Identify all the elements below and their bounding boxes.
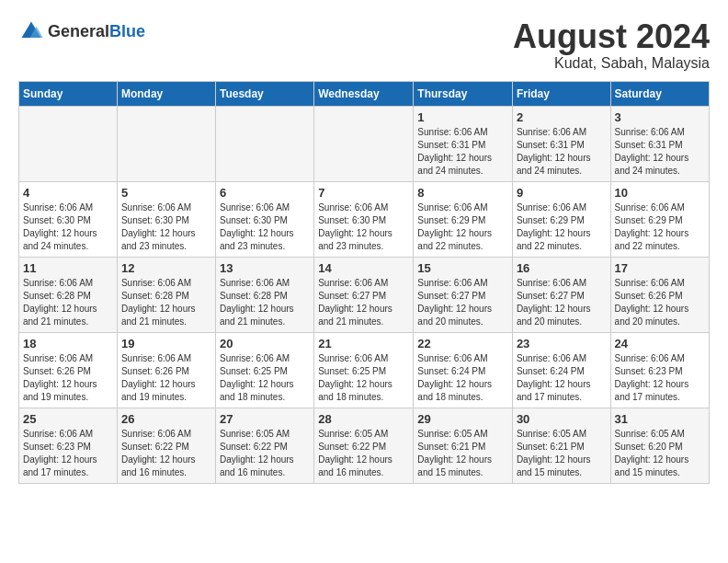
calendar-cell: 8Sunrise: 6:06 AM Sunset: 6:29 PM Daylig… [414,181,513,257]
calendar-cell: 12Sunrise: 6:06 AM Sunset: 6:28 PM Dayli… [117,257,215,332]
day-number: 11 [23,261,113,275]
day-info: Sunrise: 6:06 AM Sunset: 6:28 PM Dayligh… [121,277,211,328]
day-number: 24 [615,337,705,350]
calendar-cell: 10Sunrise: 6:06 AM Sunset: 6:29 PM Dayli… [610,181,709,257]
day-number: 26 [121,412,211,426]
day-number: 17 [615,261,705,275]
title-block: August 2024 Kudat, Sabah, Malaysia [513,18,710,72]
calendar-cell [19,106,118,181]
day-info: Sunrise: 6:06 AM Sunset: 6:26 PM Dayligh… [121,352,211,404]
day-number: 4 [23,186,113,200]
calendar-cell: 7Sunrise: 6:06 AM Sunset: 6:30 PM Daylig… [314,181,414,257]
day-number: 31 [615,412,705,426]
calendar-cell: 14Sunrise: 6:06 AM Sunset: 6:27 PM Dayli… [314,257,414,332]
calendar-cell: 26Sunrise: 6:06 AM Sunset: 6:22 PM Dayli… [117,408,215,483]
calendar-cell: 31Sunrise: 6:05 AM Sunset: 6:20 PM Dayli… [610,408,709,483]
calendar-cell: 18Sunrise: 6:06 AM Sunset: 6:26 PM Dayli… [19,332,118,408]
day-of-week-header: Friday [512,81,610,106]
day-number: 2 [517,110,607,124]
day-number: 13 [220,261,310,275]
day-number: 22 [417,337,508,350]
calendar-cell: 9Sunrise: 6:06 AM Sunset: 6:29 PM Daylig… [512,181,610,257]
day-number: 7 [318,186,409,200]
calendar-week-row: 18Sunrise: 6:06 AM Sunset: 6:26 PM Dayli… [19,332,710,408]
day-info: Sunrise: 6:06 AM Sunset: 6:24 PM Dayligh… [417,352,508,404]
day-number: 14 [318,261,409,275]
day-number: 10 [615,186,705,200]
day-info: Sunrise: 6:06 AM Sunset: 6:23 PM Dayligh… [23,428,113,479]
calendar-cell: 20Sunrise: 6:06 AM Sunset: 6:25 PM Dayli… [216,332,314,408]
day-number: 8 [417,186,508,200]
day-number: 15 [417,261,508,275]
day-info: Sunrise: 6:05 AM Sunset: 6:21 PM Dayligh… [517,428,607,479]
day-number: 18 [23,337,113,350]
day-number: 19 [121,337,211,350]
calendar-cell: 13Sunrise: 6:06 AM Sunset: 6:28 PM Dayli… [216,257,314,332]
day-info: Sunrise: 6:06 AM Sunset: 6:22 PM Dayligh… [121,428,211,479]
day-info: Sunrise: 6:06 AM Sunset: 6:31 PM Dayligh… [417,126,508,178]
day-number: 1 [417,110,508,124]
day-info: Sunrise: 6:05 AM Sunset: 6:21 PM Dayligh… [417,428,508,479]
calendar-cell [117,106,215,181]
day-info: Sunrise: 6:05 AM Sunset: 6:22 PM Dayligh… [318,428,409,479]
calendar-week-row: 11Sunrise: 6:06 AM Sunset: 6:28 PM Dayli… [19,257,710,332]
day-number: 6 [220,186,310,200]
day-number: 20 [220,337,310,350]
logo-icon [18,18,44,44]
day-number: 9 [517,186,607,200]
calendar-cell: 27Sunrise: 6:05 AM Sunset: 6:22 PM Dayli… [216,408,314,483]
day-number: 12 [121,261,211,275]
day-of-week-header: Thursday [414,81,513,106]
day-info: Sunrise: 6:06 AM Sunset: 6:30 PM Dayligh… [121,201,211,253]
header-row: SundayMondayTuesdayWednesdayThursdayFrid… [19,81,710,106]
day-of-week-header: Monday [117,81,215,106]
day-info: Sunrise: 6:06 AM Sunset: 6:25 PM Dayligh… [318,352,409,404]
calendar-cell: 11Sunrise: 6:06 AM Sunset: 6:28 PM Dayli… [19,257,118,332]
calendar-week-row: 25Sunrise: 6:06 AM Sunset: 6:23 PM Dayli… [19,408,710,483]
calendar-title: August 2024 [513,18,710,55]
calendar-cell: 5Sunrise: 6:06 AM Sunset: 6:30 PM Daylig… [117,181,215,257]
day-number: 23 [517,337,607,350]
day-number: 25 [23,412,113,426]
day-number: 27 [220,412,310,426]
day-info: Sunrise: 6:06 AM Sunset: 6:31 PM Dayligh… [615,126,705,178]
day-info: Sunrise: 6:06 AM Sunset: 6:23 PM Dayligh… [615,352,705,404]
calendar-cell: 3Sunrise: 6:06 AM Sunset: 6:31 PM Daylig… [610,106,709,181]
calendar-cell [314,106,414,181]
calendar-cell: 1Sunrise: 6:06 AM Sunset: 6:31 PM Daylig… [414,106,513,181]
calendar-cell: 4Sunrise: 6:06 AM Sunset: 6:30 PM Daylig… [19,181,118,257]
calendar-cell: 15Sunrise: 6:06 AM Sunset: 6:27 PM Dayli… [414,257,513,332]
calendar-cell: 30Sunrise: 6:05 AM Sunset: 6:21 PM Dayli… [512,408,610,483]
calendar-cell: 28Sunrise: 6:05 AM Sunset: 6:22 PM Dayli… [314,408,414,483]
day-info: Sunrise: 6:06 AM Sunset: 6:25 PM Dayligh… [220,352,310,404]
logo-general: GeneralBlue [48,23,145,40]
day-of-week-header: Saturday [610,81,709,106]
day-info: Sunrise: 6:06 AM Sunset: 6:28 PM Dayligh… [23,277,113,328]
calendar-week-row: 1Sunrise: 6:06 AM Sunset: 6:31 PM Daylig… [19,106,710,181]
calendar-table: SundayMondayTuesdayWednesdayThursdayFrid… [18,81,710,484]
calendar-cell: 23Sunrise: 6:06 AM Sunset: 6:24 PM Dayli… [512,332,610,408]
calendar-cell: 16Sunrise: 6:06 AM Sunset: 6:27 PM Dayli… [512,257,610,332]
day-info: Sunrise: 6:06 AM Sunset: 6:26 PM Dayligh… [615,277,705,328]
day-info: Sunrise: 6:06 AM Sunset: 6:27 PM Dayligh… [318,277,409,328]
calendar-cell: 22Sunrise: 6:06 AM Sunset: 6:24 PM Dayli… [414,332,513,408]
day-info: Sunrise: 6:06 AM Sunset: 6:29 PM Dayligh… [417,201,508,253]
calendar-cell: 2Sunrise: 6:06 AM Sunset: 6:31 PM Daylig… [512,106,610,181]
day-of-week-header: Wednesday [314,81,414,106]
calendar-cell: 21Sunrise: 6:06 AM Sunset: 6:25 PM Dayli… [314,332,414,408]
day-info: Sunrise: 6:05 AM Sunset: 6:22 PM Dayligh… [220,428,310,479]
day-info: Sunrise: 6:06 AM Sunset: 6:30 PM Dayligh… [23,201,113,253]
day-info: Sunrise: 6:06 AM Sunset: 6:29 PM Dayligh… [517,201,607,253]
day-number: 30 [517,412,607,426]
page-header: GeneralBlue August 2024 Kudat, Sabah, Ma… [18,18,710,72]
day-info: Sunrise: 6:06 AM Sunset: 6:24 PM Dayligh… [517,352,607,404]
day-info: Sunrise: 6:06 AM Sunset: 6:26 PM Dayligh… [23,352,113,404]
day-info: Sunrise: 6:06 AM Sunset: 6:30 PM Dayligh… [220,201,310,253]
calendar-cell: 6Sunrise: 6:06 AM Sunset: 6:30 PM Daylig… [216,181,314,257]
day-number: 21 [318,337,409,350]
calendar-cell: 25Sunrise: 6:06 AM Sunset: 6:23 PM Dayli… [19,408,118,483]
calendar-cell: 29Sunrise: 6:05 AM Sunset: 6:21 PM Dayli… [414,408,513,483]
calendar-cell [216,106,314,181]
calendar-cell: 19Sunrise: 6:06 AM Sunset: 6:26 PM Dayli… [117,332,215,408]
day-info: Sunrise: 6:06 AM Sunset: 6:27 PM Dayligh… [417,277,508,328]
